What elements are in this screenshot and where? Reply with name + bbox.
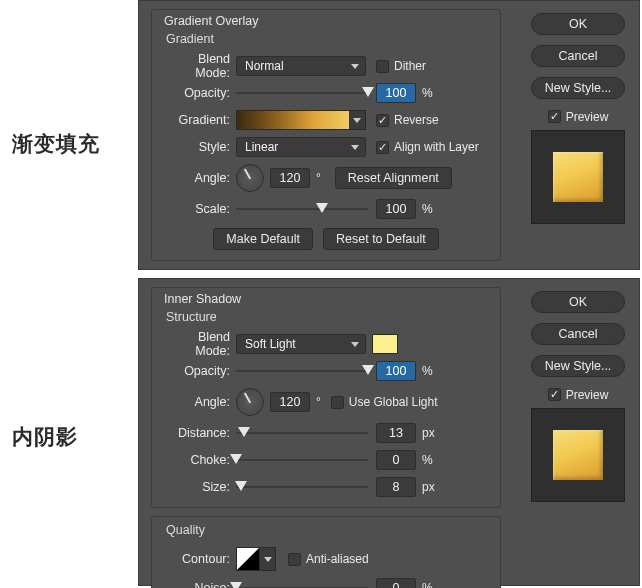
dither-checkbox[interactable] <box>376 60 389 73</box>
angle-unit: ° <box>316 171 321 185</box>
label-contour: Contour: <box>162 552 236 566</box>
choke-unit: % <box>422 453 433 467</box>
preview-label: Preview <box>566 110 609 124</box>
ok-button-2[interactable]: OK <box>531 291 625 313</box>
contour-dropdown[interactable] <box>260 547 276 571</box>
opacity-slider-2[interactable] <box>236 364 368 378</box>
reset-alignment-button[interactable]: Reset Alignment <box>335 167 452 189</box>
reverse-checkbox[interactable] <box>376 114 389 127</box>
blend-mode-select[interactable]: Normal <box>236 56 366 76</box>
label-distance: Distance: <box>162 426 236 440</box>
label-blend-mode-2: Blend Mode: <box>162 330 236 358</box>
angle-dial[interactable] <box>236 164 264 192</box>
distance-unit: px <box>422 426 435 440</box>
blend-mode-select-2[interactable]: Soft Light <box>236 334 366 354</box>
label-angle: Angle: <box>162 171 236 185</box>
preview-icon <box>553 152 603 202</box>
new-style-button[interactable]: New Style... <box>531 77 625 99</box>
angle-dial-2[interactable] <box>236 388 264 416</box>
choke-slider[interactable] <box>236 453 368 467</box>
global-light-checkbox[interactable] <box>331 396 344 409</box>
angle-value[interactable]: 120 <box>270 168 310 188</box>
opacity-value-2[interactable]: 100 <box>376 361 416 381</box>
contour-swatch[interactable] <box>236 547 260 571</box>
scale-value[interactable]: 100 <box>376 199 416 219</box>
label-opacity: Opacity: <box>162 86 236 100</box>
cancel-button-2[interactable]: Cancel <box>531 323 625 345</box>
size-unit: px <box>422 480 435 494</box>
scale-slider[interactable] <box>236 202 368 216</box>
choke-value[interactable]: 0 <box>376 450 416 470</box>
label-opacity-2: Opacity: <box>162 364 236 378</box>
noise-value[interactable]: 0 <box>376 578 416 588</box>
opacity-slider[interactable] <box>236 86 368 100</box>
preview-checkbox-2[interactable] <box>548 388 561 401</box>
style-select[interactable]: Linear <box>236 137 366 157</box>
cn-label-inner-shadow: 内阴影 <box>12 423 78 451</box>
distance-value[interactable]: 13 <box>376 423 416 443</box>
label-gradient: Gradient: <box>162 113 236 127</box>
preview-checkbox[interactable] <box>548 110 561 123</box>
distance-slider[interactable] <box>236 426 368 440</box>
label-blend-mode: Blend Mode: <box>162 52 236 80</box>
section-title-inner-shadow: Inner Shadow <box>162 292 490 306</box>
noise-slider[interactable] <box>236 581 368 588</box>
antialias-label: Anti-aliased <box>306 552 369 566</box>
section-title-gradient-overlay: Gradient Overlay <box>162 14 490 28</box>
label-angle-2: Angle: <box>162 395 236 409</box>
dither-label: Dither <box>394 59 426 73</box>
size-value[interactable]: 8 <box>376 477 416 497</box>
cancel-button[interactable]: Cancel <box>531 45 625 67</box>
preview-swatch <box>531 130 625 224</box>
ok-button[interactable]: OK <box>531 13 625 35</box>
gradient-dropdown[interactable] <box>349 111 365 129</box>
angle-unit-2: ° <box>316 395 321 409</box>
new-style-button-2[interactable]: New Style... <box>531 355 625 377</box>
group-title-gradient: Gradient <box>162 30 490 50</box>
opacity-value[interactable]: 100 <box>376 83 416 103</box>
opacity-unit-2: % <box>422 364 433 378</box>
gradient-swatch[interactable] <box>236 110 366 130</box>
preview-label-2: Preview <box>566 388 609 402</box>
noise-unit: % <box>422 581 433 588</box>
align-label: Align with Layer <box>394 140 479 154</box>
group-title-quality: Quality <box>162 523 490 541</box>
make-default-button[interactable]: Make Default <box>213 228 313 250</box>
cn-label-gradient-fill: 渐变填充 <box>12 130 100 158</box>
preview-swatch-2 <box>531 408 625 502</box>
shadow-color-chip[interactable] <box>372 334 398 354</box>
global-light-label: Use Global Light <box>349 395 438 409</box>
reset-default-button[interactable]: Reset to Default <box>323 228 439 250</box>
preview-icon-2 <box>553 430 603 480</box>
reverse-label: Reverse <box>394 113 439 127</box>
label-choke: Choke: <box>162 453 236 467</box>
align-checkbox[interactable] <box>376 141 389 154</box>
scale-unit: % <box>422 202 433 216</box>
label-size: Size: <box>162 480 236 494</box>
angle-value-2[interactable]: 120 <box>270 392 310 412</box>
antialias-checkbox[interactable] <box>288 553 301 566</box>
group-title-structure: Structure <box>162 308 490 328</box>
label-scale: Scale: <box>162 202 236 216</box>
size-slider[interactable] <box>236 480 368 494</box>
label-style: Style: <box>162 140 236 154</box>
label-noise: Noise: <box>162 581 236 588</box>
opacity-unit: % <box>422 86 433 100</box>
